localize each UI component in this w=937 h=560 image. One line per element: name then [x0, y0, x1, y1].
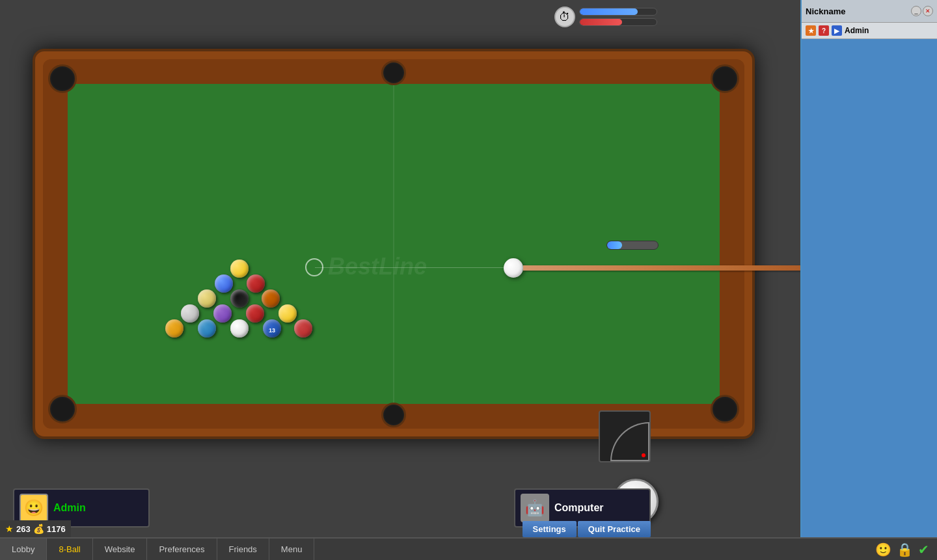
right-panel-chat[interactable] [802, 39, 937, 550]
pocket-bottom-left [48, 395, 77, 423]
tab-menu[interactable]: Menu [269, 539, 315, 560]
nickname-bar: ★ ? ▶ Admin [802, 23, 937, 39]
computer-avatar-emoji: 🤖 [525, 499, 545, 517]
center-line [394, 84, 394, 404]
tab-lobby[interactable]: Lobby [0, 539, 47, 560]
tab-lobby-label: Lobby [12, 544, 34, 554]
lock-icon[interactable]: 🔒 [897, 542, 913, 557]
pocket-bottom-right [711, 395, 739, 423]
tab-friends-label: Friends [229, 544, 257, 554]
bottom-bar: Lobby 8-Ball Website Preferences Friends… [0, 537, 937, 560]
tab-website[interactable]: Website [93, 539, 148, 560]
ball-14 [294, 319, 312, 338]
ball-9 [278, 304, 297, 323]
progress-bars [579, 8, 657, 26]
red-progress-fill [580, 19, 622, 25]
player1-avatar-emoji: 😀 [24, 499, 44, 517]
pocket-top-right [711, 64, 739, 93]
action-buttons: Settings Quit Practice [523, 521, 651, 537]
star-icon: ★ [5, 524, 14, 534]
pocket-bottom-middle [381, 403, 406, 427]
timer-area: ⏱ [554, 7, 657, 27]
arrow-icon: ▶ [832, 25, 842, 36]
right-panel: Nickname _ ✕ ★ ? ▶ Admin [800, 0, 937, 560]
player1-avatar: 😀 [20, 494, 48, 522]
power-slider-fill [607, 241, 622, 249]
tab-friends[interactable]: Friends [217, 539, 269, 560]
smiley-icon[interactable]: 🙂 [875, 542, 891, 557]
pocket-top-left [48, 64, 77, 93]
ball-4 [198, 289, 216, 308]
tab-menu-label: Menu [281, 544, 303, 554]
ball-10 [165, 319, 183, 338]
settings-button[interactable]: Settings [523, 521, 577, 537]
close-button[interactable]: ✕ [923, 6, 933, 16]
ball-2 [215, 274, 233, 293]
question-icon: ? [819, 25, 829, 36]
tab-8ball[interactable]: 8-Ball [47, 539, 92, 560]
ball-6 [213, 304, 232, 323]
blue-progress-fill [580, 8, 638, 15]
ball-11 [198, 319, 216, 338]
watermark-text: BestLine [328, 253, 427, 280]
power-slider-track [606, 241, 659, 250]
admin-label: Admin [845, 26, 869, 35]
bottom-right-icons: 🙂 🔒 ✔ [875, 542, 937, 557]
computer-name: Computer [554, 502, 604, 514]
coin-icon: 💰 [33, 524, 44, 534]
computer-avatar: 🤖 [521, 494, 549, 522]
pocket-top-middle [381, 60, 406, 85]
coins-value: 1176 [47, 524, 66, 534]
player1-name: Admin [53, 502, 86, 514]
ball-3 [247, 274, 265, 293]
stars-value: 263 [16, 524, 31, 534]
ball-12 [230, 319, 249, 338]
orange-star-icon: ★ [806, 25, 816, 36]
ball-cue2 [181, 304, 199, 323]
trajectory-line [315, 267, 510, 268]
cue-ball[interactable] [504, 258, 523, 278]
tab-website-label: Website [105, 544, 135, 554]
power-slider-area[interactable] [606, 241, 659, 250]
ball-7 [246, 304, 264, 323]
quit-practice-button[interactable]: Quit Practice [578, 521, 651, 537]
right-panel-topbar: Nickname _ ✕ [802, 0, 937, 23]
mini-map-dot [642, 453, 645, 457]
ball-8 [230, 289, 249, 308]
tab-preferences[interactable]: Preferences [147, 539, 217, 560]
right-panel-title: Nickname [806, 7, 845, 16]
stats-bar: ★ 263 💰 1176 [0, 520, 71, 537]
minimize-button[interactable]: _ [911, 6, 921, 16]
clock-icon: ⏱ [554, 7, 575, 27]
tab-preferences-label: Preferences [159, 544, 204, 554]
ball-13: 13 [263, 319, 281, 338]
red-progress-track [579, 18, 657, 26]
blue-progress-track [579, 8, 657, 16]
check-icon[interactable]: ✔ [918, 542, 929, 557]
game-area: ⏱ BestLine [0, 0, 800, 560]
ball-5 [262, 289, 280, 308]
ball-1 [230, 260, 249, 278]
tab-8ball-label: 8-Ball [59, 544, 80, 554]
window-controls: _ ✕ [911, 6, 933, 16]
mini-map [599, 410, 651, 462]
